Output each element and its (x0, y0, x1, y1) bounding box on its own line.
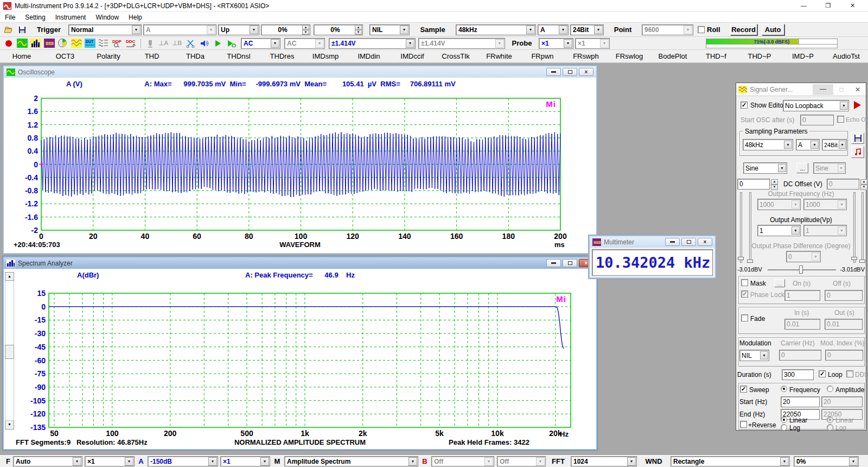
tab[interactable]: THDnsl (217, 50, 260, 62)
dut-icon[interactable]: DUT (84, 38, 96, 48)
oscilloscope-restore-button[interactable] (563, 68, 577, 76)
tab[interactable]: THD (130, 50, 174, 62)
auto-button[interactable]: Auto (762, 24, 784, 35)
mask-on-input[interactable]: 1 (784, 290, 820, 301)
siggen-maximize-button[interactable]: □ (833, 86, 850, 93)
amp-zoom-select[interactable]: ×1▼ (220, 456, 270, 466)
siggen-note-button[interactable] (851, 146, 864, 158)
menu-item[interactable]: File (0, 14, 20, 21)
phase-select[interactable]: 0▼ (786, 251, 821, 262)
multimeter-close-button[interactable]: × (698, 238, 712, 246)
close-icon[interactable]: ✕ (840, 2, 865, 9)
sample-bits-select[interactable]: 24Bit▼ (570, 24, 604, 35)
menu-item[interactable]: Window (91, 14, 124, 21)
wave-a-select[interactable]: Sine▼ (743, 162, 787, 174)
multimeter-minimize-button[interactable] (665, 238, 680, 246)
roll-checkbox[interactable] (698, 26, 705, 33)
menu-item[interactable]: Setting (20, 14, 50, 21)
amp-a-slider-handle[interactable] (747, 260, 753, 263)
menu-item[interactable]: Help (124, 14, 147, 21)
tab[interactable]: IMD~P (781, 50, 825, 62)
sweep-start-a-input[interactable]: 20 (781, 396, 820, 407)
open-icon[interactable] (2, 24, 15, 35)
wnd-type-select[interactable]: Rectangle▼ (671, 456, 790, 466)
log-a-radio[interactable] (781, 424, 787, 431)
tab[interactable]: Polarity (87, 50, 130, 62)
oscilloscope-minimize-button[interactable] (546, 68, 561, 76)
oscilloscope-close-button[interactable]: × (579, 68, 593, 76)
tab[interactable]: THDa (174, 50, 217, 62)
signal-generator-icon[interactable] (70, 38, 82, 48)
siggen-channel-select[interactable]: A▼ (796, 139, 820, 150)
trigger-mode-select[interactable]: Normal▼ (68, 24, 142, 35)
sample-rate-select[interactable]: 48kHz▼ (456, 24, 536, 35)
wave-more-button[interactable]: ... (796, 163, 808, 173)
ground-b-icon[interactable]: ⊥B (171, 38, 183, 48)
linear-a-radio[interactable] (781, 416, 787, 423)
tab[interactable]: FRswlog (608, 50, 651, 62)
log-b-radio[interactable] (827, 424, 833, 431)
siggen-rate-select[interactable]: 48kHz▼ (743, 139, 793, 150)
tab[interactable]: Home (0, 50, 43, 62)
multimeter-icon[interactable]: 888 (43, 38, 55, 48)
probe-b-select[interactable]: ×1▼ (575, 38, 610, 49)
freq-a-slider[interactable] (740, 192, 742, 263)
trigger-delay-spin[interactable]: 0%▲▼ (314, 24, 363, 35)
record-button[interactable]: Record (730, 24, 757, 35)
trigger-level-spin[interactable]: 0%▲▼ (261, 24, 310, 35)
trigger-hpf-select[interactable]: NIL▼ (369, 24, 410, 35)
b-mode2-select[interactable]: Off▼ (497, 456, 546, 466)
balance-slider-handle[interactable] (799, 266, 803, 274)
spin-analysis-icon[interactable] (56, 38, 69, 48)
dc-b-input[interactable]: 0 (827, 179, 859, 190)
sweep-amplitude-radio[interactable] (827, 386, 833, 392)
mic-icon[interactable] (144, 38, 156, 48)
freq-axis-select[interactable]: Auto▼ (13, 456, 82, 466)
tab[interactable]: IMDsmp (304, 50, 347, 62)
speaker-icon[interactable] (198, 38, 210, 48)
play-icon[interactable] (212, 38, 224, 48)
carrier-input[interactable]: 0 (779, 350, 821, 361)
range-b-select[interactable]: ±1.414V▼ (418, 38, 505, 49)
spectrum-titlebar[interactable]: Spectrum Analyzer × (4, 257, 596, 269)
mode-select[interactable]: Amplitude Spectrum▼ (284, 456, 418, 466)
amp-b-slider-handle[interactable] (859, 260, 865, 263)
ddc-icon[interactable]: DDC (124, 38, 137, 48)
record-icon[interactable] (2, 38, 15, 48)
amp-b-slider[interactable] (861, 192, 864, 263)
amp-b-select[interactable]: 1▼ (803, 225, 847, 236)
tab[interactable]: THD~f (694, 50, 738, 62)
dc-a-spinner[interactable]: ▲▼ (771, 179, 778, 190)
progress-select[interactable]: 0%▼ (794, 456, 859, 466)
duration-input[interactable]: 300 (782, 369, 814, 380)
amp-a-slider[interactable] (749, 192, 751, 263)
scissors-icon[interactable] (184, 38, 197, 48)
freq-b-select[interactable]: 1000▼ (803, 199, 847, 210)
siggen-close-button[interactable]: ✕ (850, 86, 866, 93)
freq-a-slider-handle[interactable] (738, 257, 744, 260)
loopback-select[interactable]: No Loopback▼ (783, 100, 849, 111)
reverse-checkbox[interactable] (740, 421, 747, 428)
b-mode1-select[interactable]: Off▼ (431, 456, 494, 466)
dc-a-input[interactable]: 0 (737, 179, 770, 190)
ground-a-icon[interactable]: ⊥A (157, 38, 170, 48)
range-a-select[interactable]: ±1.414V▼ (329, 38, 416, 49)
fade-in-input[interactable]: 0.01 (784, 319, 820, 330)
oscilloscope-plot[interactable]: 21.61.20.80.40-0.4-0.8-1.2-1.6-202040608… (4, 78, 596, 257)
tab[interactable]: THDres (260, 50, 304, 62)
fade-out-input[interactable]: 0.01 (825, 319, 863, 330)
tab[interactable]: FRpwn (521, 50, 564, 62)
freq-zoom-select[interactable]: ×1▼ (85, 456, 135, 466)
tab[interactable]: IMDdin (347, 50, 391, 62)
tab[interactable]: FRswph (564, 50, 608, 62)
tab[interactable]: BodePlot (651, 50, 694, 62)
multimeter-restore-button[interactable] (681, 238, 696, 246)
show-editor-checkbox[interactable] (741, 102, 748, 109)
fade-checkbox[interactable] (741, 314, 748, 321)
derived-dp-icon[interactable] (97, 38, 110, 48)
tab[interactable]: FRwhite (477, 50, 521, 62)
menu-item[interactable]: Instrument (50, 14, 91, 21)
trigger-edge-select[interactable]: Up▼ (218, 24, 259, 35)
freq-a-select[interactable]: 1000▼ (757, 199, 801, 210)
oscilloscope-icon[interactable] (16, 38, 28, 48)
